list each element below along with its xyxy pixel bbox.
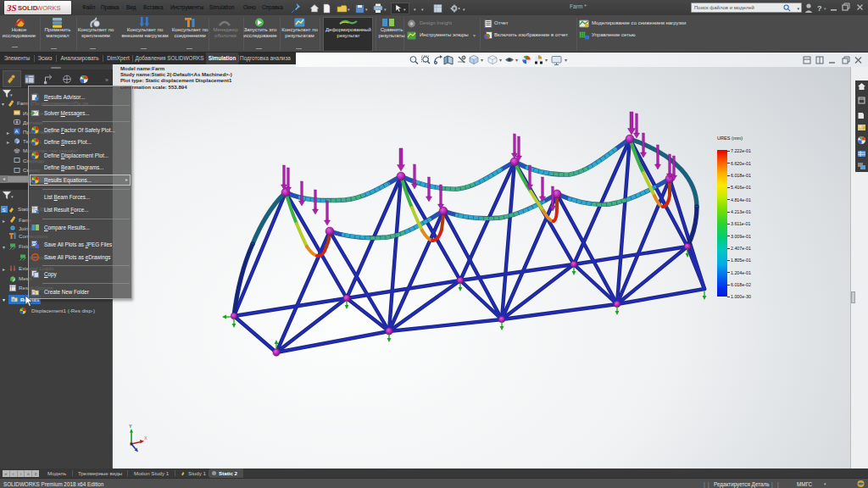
svg-text:▾: ▾: [824, 6, 826, 11]
svg-text:?: ?: [817, 4, 822, 13]
svg-text:Y: Y: [129, 424, 132, 429]
svg-text:X: X: [144, 435, 147, 441]
svg-text:▾: ▾: [481, 58, 483, 63]
svg-text:▾: ▾: [10, 92, 13, 97]
svg-text:SOLID: SOLID: [18, 4, 38, 12]
svg-text:▾: ▾: [515, 58, 518, 63]
svg-text:▾: ▾: [348, 7, 350, 12]
svg-text:▾: ▾: [384, 7, 387, 12]
svg-text:▾: ▾: [421, 7, 424, 12]
svg-text:▾: ▾: [463, 7, 465, 12]
svg-text:▾: ▾: [499, 58, 502, 63]
svg-text:▾: ▾: [545, 58, 548, 63]
svg-text:▾: ▾: [414, 7, 416, 12]
svg-text:A: A: [15, 129, 19, 134]
svg-text:▾: ▾: [11, 194, 14, 199]
svg-text:▾: ▾: [365, 7, 368, 12]
svg-text:ЗS: ЗS: [7, 3, 17, 13]
svg-text:»: »: [105, 77, 108, 83]
svg-text:▾: ▾: [565, 58, 567, 63]
svg-text:S: S: [3, 207, 6, 212]
svg-text:WORKS: WORKS: [36, 4, 61, 12]
